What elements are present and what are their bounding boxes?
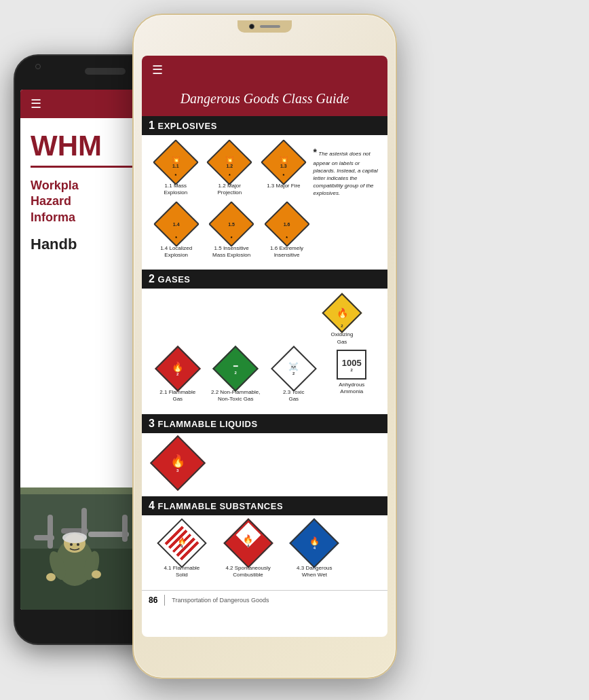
front-camera: [249, 24, 254, 29]
svg-point-12: [77, 543, 79, 546]
section-flammable-substances-header: 4 Flammable Substances: [142, 496, 387, 515]
flammable-liquid-3: 🔥 3: [149, 441, 207, 485]
footer-page-number: 86: [149, 595, 157, 605]
explosive-1-4-label: 1.4 LocalizedExplosion: [160, 245, 192, 259]
ammonia-label: AnhydrousAmmonia: [339, 382, 364, 396]
svg-point-10: [62, 532, 87, 543]
explosive-1-5-label: 1.5 InsensitiveMass Explosion: [212, 245, 250, 259]
guide-content: Dangerous Goods Class Guide 1 Explosives…: [142, 84, 387, 637]
explosive-1-2: 💥 1.2 * 1.2 MajorProjection: [203, 143, 257, 200]
ammonia-placard: 1005 2: [337, 350, 366, 380]
hamburger-menu-icon[interactable]: ☰: [152, 62, 163, 77]
asterisk-note: * The asterisk does not appear on labels…: [311, 143, 381, 200]
explosive-1-4: 1.4 * 1.4 LocalizedExplosion: [149, 206, 204, 259]
gases-section-number: 2: [149, 273, 155, 284]
flammable-substances-content: 🔥 4 4.1 FlammableSolid 🔥: [142, 515, 387, 590]
substance-4-1: 🔥 4 4.1 FlammableSolid: [149, 523, 215, 579]
section-number: 1: [149, 119, 155, 131]
section-gases-header: 2 Gases: [142, 270, 387, 289]
flammable-liquids-content: 🔥 3: [142, 433, 387, 496]
explosive-1-6-label: 1.6 ExtremelyInsensitive: [270, 245, 303, 259]
substance-4-2: 🔥 4 4.2 SpontaneouslyCombustible: [215, 523, 282, 579]
gas-2-1: 🔥 2 2.1 FlammableGas: [149, 350, 207, 403]
oxidizing-gas: 🔥 2 OxidizingGas: [303, 297, 381, 346]
svg-point-16: [92, 570, 101, 578]
front-phone-screen: ☰ Dangerous Goods Class Guide 1 Explosiv…: [142, 56, 387, 637]
oxidizing-gas-label: OxidizingGas: [331, 331, 354, 346]
explosive-1-1: 💥 1.1 * 1.1 MassExplosion: [149, 143, 203, 200]
footer-text: Transportation of Dangerous Goods: [172, 597, 269, 604]
phone-notch: [238, 20, 292, 33]
svg-point-15: [46, 573, 56, 581]
gas-2-2: ━ 2 2.2 Non-Flammable,Non-Toxic Gas: [207, 350, 265, 403]
explosive-1-6: 1.6 * 1.6 ExtremelyInsensitive: [259, 206, 314, 259]
front-phone: ☰ Dangerous Goods Class Guide 1 Explosiv…: [132, 14, 397, 679]
front-phone-header: ☰: [142, 56, 387, 84]
explosives-grid: 💥 1.1 * 1.1 MassExplosion 💥: [142, 135, 387, 270]
guide-footer: 86 Transportation of Dangerous Goods: [142, 590, 387, 610]
front-speaker: [260, 25, 280, 28]
guide-title: Dangerous Goods Class Guide: [152, 91, 377, 107]
hamburger-icon[interactable]: ☰: [31, 98, 41, 110]
substance-4-3: 🔥 4 4.3 DangerousWhen Wet: [281, 523, 347, 579]
footer-divider: [164, 595, 165, 606]
flammable-section-number: 3: [149, 418, 155, 429]
guide-title-bar: Dangerous Goods Class Guide: [142, 84, 387, 116]
explosive-1-5: 1.5 * 1.5 InsensitiveMass Explosion: [204, 206, 259, 259]
anhydrous-ammonia: 1005 2 AnhydrousAmmonia: [323, 350, 381, 403]
section-explosives-header: 1 Explosives: [142, 116, 387, 135]
section-flammable-liquids-header: 3 Flammable Liquids: [142, 414, 387, 433]
flammable-substances-number: 4: [149, 500, 155, 511]
svg-rect-7: [122, 515, 128, 542]
svg-rect-3: [48, 515, 53, 549]
explosive-1-3: 💥 1.3 * 1.3 Major Fire: [256, 143, 311, 200]
gas-2-3: ☠️ 2 2.3 ToxicGas: [265, 350, 323, 403]
svg-point-11: [70, 543, 73, 546]
gases-content: 🔥 2 OxidizingGas 🔥 2: [142, 289, 387, 414]
